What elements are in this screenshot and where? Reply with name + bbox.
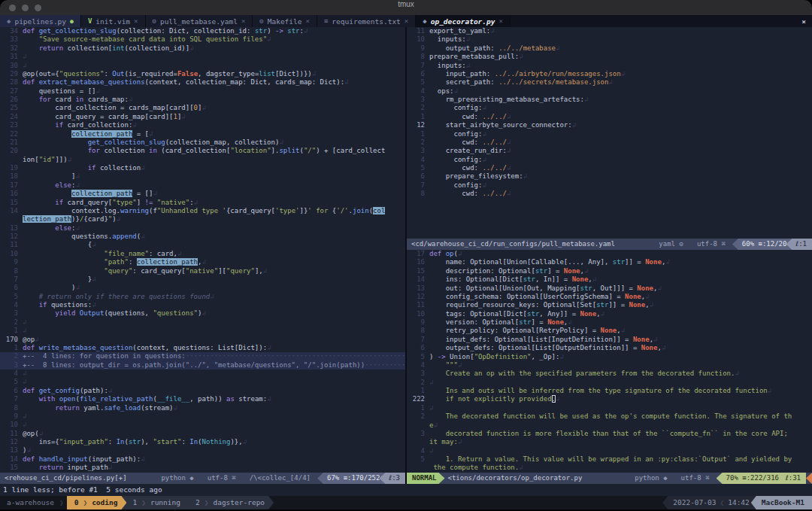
code-line: 5↲ xyxy=(0,378,405,386)
tmux-terminal-window: tmux ◆pipelines.py●Vinit.vim×⚙pull_metab… xyxy=(0,0,812,511)
eol-icon: ↲ xyxy=(458,361,462,369)
eol-icon: ↲ xyxy=(657,284,661,292)
eol-icon: ↲ xyxy=(141,455,144,463)
code-line: 3 decorated function is more flexible th… xyxy=(407,430,812,438)
close-icon[interactable]: × xyxy=(305,17,309,25)
eol-icon: ↲ xyxy=(466,62,470,69)
statusline-filepath: <cd/warehouse_ci_cd/run_configs/pull_met… xyxy=(407,239,615,250)
line-number: 10 xyxy=(407,310,429,318)
code-line: 7 input_defs: Optional[List[InputDefinit… xyxy=(407,336,812,344)
line-number: 3 xyxy=(0,309,23,318)
code-line: 7 }↲ xyxy=(0,275,405,284)
eol-icon: ↲ xyxy=(23,327,26,334)
tab-init-vim[interactable]: Vinit.vim× xyxy=(81,15,146,27)
tmux-status-bar: a-warehouse ❯ 0❯coding1❯running2❯dagster… xyxy=(0,496,812,509)
line-number: 24 xyxy=(0,113,23,121)
eol-icon: ↲ xyxy=(568,318,571,326)
close-icon[interactable]: × xyxy=(404,17,408,25)
text-file-icon: ≡ xyxy=(324,17,328,25)
eol-icon: ↲ xyxy=(429,379,433,386)
mac-icon: ⌘ xyxy=(705,474,709,482)
code-line: 6 output_defs: Optional[List[OutputDefin… xyxy=(407,344,812,352)
code-line: 5) -> Union["OpDefinition", _Op]:↲ xyxy=(407,353,812,361)
tmux-window-dagster-repo[interactable]: 2❯dagster-repo xyxy=(184,496,274,509)
line-number: 5 xyxy=(0,293,23,301)
eol-icon: ↲ xyxy=(519,464,523,471)
tmux-session-name[interactable]: a-warehouse xyxy=(0,496,59,509)
line-number: 1 xyxy=(407,113,429,121)
eol-icon: ↲ xyxy=(523,172,527,180)
code-line: 18 ]↲ xyxy=(0,172,405,181)
tab-requirements-txt[interactable]: ≡requirements.txt× xyxy=(317,15,416,27)
eol-icon: ↲ xyxy=(267,35,271,43)
tab-pull-metabase-yaml[interactable]: ⚙pull_metabase.yaml× xyxy=(146,15,253,27)
window-title: tmux xyxy=(0,0,812,15)
line-number: 1 xyxy=(407,404,429,412)
code-line: 29@op(out={"questions": Out(is_required=… xyxy=(0,70,405,78)
tabbar-close-icon[interactable]: × xyxy=(795,17,812,26)
eol-icon: ↲ xyxy=(23,378,26,385)
code-line: 15 return input_path↲ xyxy=(0,464,405,472)
eol-icon: ↲ xyxy=(572,121,576,129)
line-number: 9 xyxy=(0,258,23,266)
modified-dot-icon[interactable]: ● xyxy=(70,18,74,25)
eol-icon: ↲ xyxy=(201,104,205,111)
line-number: 13 xyxy=(407,284,429,293)
line-number: 5 xyxy=(407,353,429,361)
code-line: 20 for collection in (card_collection["l… xyxy=(0,147,405,155)
eol-icon: ↲ xyxy=(454,87,458,95)
line-number: 16 xyxy=(0,190,23,198)
line-number: 12 xyxy=(0,438,23,446)
line-number: 8 xyxy=(0,404,23,412)
code-line: 11 {↲ xyxy=(0,241,405,249)
eol-icon: ↲ xyxy=(189,44,193,52)
tab-Makefile[interactable]: ⚙Makefile× xyxy=(253,15,317,27)
line-indicator: ≡:12/20 xyxy=(759,240,787,248)
code-line: 9 output_path: ../../metabase↲ xyxy=(407,44,812,53)
line-number: 11 xyxy=(407,27,429,35)
line-number xyxy=(407,464,429,472)
tab-label: pipelines.py xyxy=(14,17,66,26)
line-number: 6 xyxy=(407,70,429,78)
line-number: 9 xyxy=(407,44,429,53)
eol-icon: ↲ xyxy=(584,96,588,103)
code-line: 8prepare_metabase_pull:↲ xyxy=(407,53,812,61)
eol-icon: ↲ xyxy=(92,275,95,283)
tmux-window-coding[interactable]: 0❯coding xyxy=(67,496,127,509)
pane-op-decorator-py[interactable]: 17def op(↲16 name: Optional[Union[Callab… xyxy=(407,250,812,473)
code-line: 13)↲ xyxy=(0,446,405,455)
eol-icon: ↲ xyxy=(768,387,771,394)
line-number: 14 xyxy=(0,207,23,215)
editor-area: 34def get_collection_slug(collection: Di… xyxy=(0,27,812,473)
pane-pull-metabase-yaml[interactable]: 11export_to_yaml:↲10 inputs:↲9 output_pa… xyxy=(407,27,812,239)
tab-pipelines-py[interactable]: ◆pipelines.py● xyxy=(0,15,81,27)
tmux-window-running[interactable]: 1❯running xyxy=(121,496,189,509)
close-icon[interactable]: × xyxy=(134,17,138,25)
close-icon[interactable]: × xyxy=(241,17,245,25)
code-line: 11export_to_yaml:↲ xyxy=(407,27,812,35)
code-line: 4 """↲ xyxy=(407,361,812,370)
line-number: 20 xyxy=(0,147,23,155)
code-line: 3 yield Output(questions, "questions")↲ xyxy=(0,309,405,318)
encoding-label: utf-8 xyxy=(697,240,717,248)
close-icon[interactable]: × xyxy=(498,17,502,25)
code-line: 1def write_metabase_question(context, qu… xyxy=(0,344,405,352)
pane-pipelines-py[interactable]: 34def get_collection_slug(collection: Di… xyxy=(0,27,405,473)
tab-op-decorator-py[interactable]: ◆op_decorator.py× xyxy=(416,15,511,27)
statusline-accent xyxy=(806,473,812,484)
code-line: 12 start_airbyte_source_connector:↲ xyxy=(407,121,812,129)
eol-icon: ↲ xyxy=(507,147,511,154)
eol-icon: ↲ xyxy=(482,130,486,138)
line-number: 7 xyxy=(407,62,429,70)
code-line: 17 else:↲ xyxy=(0,181,405,190)
code-line: 34def get_collection_slug(collection: Di… xyxy=(0,27,405,35)
tab-label: pull_metabase.yaml xyxy=(160,17,238,26)
code-line: 10 "file_name": card,↲ xyxy=(0,250,405,258)
code-line: 1↲ xyxy=(407,404,812,412)
code-line: 21 get_collection_slug(collection_map, c… xyxy=(0,138,405,147)
code-line: 9 "path": collection_path,↲ xyxy=(0,258,405,266)
filetype-label: python xyxy=(635,474,659,482)
tmux-window-name: running xyxy=(150,496,180,509)
eol-icon: ↲ xyxy=(519,53,523,60)
code-line: 6 prepare_filesystem:↲ xyxy=(407,172,812,181)
